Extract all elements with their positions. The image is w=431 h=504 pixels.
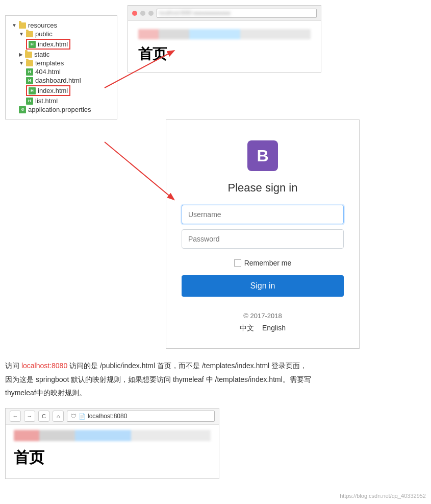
home-button[interactable]: ⌂	[53, 411, 64, 422]
remember-checkbox[interactable]	[234, 259, 241, 267]
homepage-title-bottom: 首页	[14, 447, 211, 468]
refresh-button[interactable]: C	[38, 411, 49, 422]
description-text: 访问 localhost:8080 访问的是 /public/index.htm…	[5, 359, 426, 400]
properties-file-icon: ⚙	[19, 106, 26, 113]
bottom-browser-mockup: ← → C ⌂ 🛡 📄 localhost:8080 首页	[5, 408, 219, 479]
browser-toolbar: localhost:8080 ●●●●●●●●●●●●	[128, 6, 321, 21]
tree-label: public	[35, 30, 53, 38]
html-file-icon: H	[26, 77, 33, 84]
tree-label: list.html	[35, 97, 58, 105]
svg-line-3	[105, 142, 173, 199]
watermark: https://blog.csdn.net/qq_40332952	[340, 493, 426, 499]
tree-label: 404.html	[35, 68, 61, 76]
back-button[interactable]: ←	[10, 411, 21, 422]
expand-arrow: ▼	[19, 31, 24, 37]
top-browser-mockup: localhost:8080 ●●●●●●●●●●●● 首页	[128, 5, 321, 73]
html-file-icon: H	[29, 87, 36, 94]
forward-button[interactable]: →	[24, 411, 35, 422]
tree-item-templates: ▼ templates	[12, 59, 111, 67]
highlight-box: H index.html	[26, 85, 70, 96]
nav-blurred-bottom	[14, 430, 211, 441]
tree-item-404: H 404.html	[12, 67, 111, 76]
browser-btn-red	[132, 11, 137, 16]
copyright-text: © 2017-2018	[182, 312, 344, 320]
page-icon: 📄	[79, 413, 86, 420]
tree-item-dashboard: H dashboard.html	[12, 76, 111, 85]
remember-me-row: Remember me	[182, 259, 344, 267]
collapse-arrow: ▶	[19, 52, 23, 57]
browser-toolbar-bottom: ← → C ⌂ 🛡 📄 localhost:8080	[6, 409, 219, 425]
address-blurred: localhost:8080 ●●●●●●●●●●●●	[159, 10, 231, 16]
tree-item-list: H list.html	[12, 97, 111, 105]
address-bar-bottom[interactable]: 🛡 📄 localhost:8080	[67, 411, 215, 422]
tree-label: index.html	[38, 40, 68, 48]
login-panel: B Please sign in Remember me Sign in © 2…	[166, 119, 360, 349]
sign-in-button[interactable]: Sign in	[182, 275, 344, 297]
tree-label: templates	[35, 59, 64, 67]
browser-content-bottom: 首页	[6, 425, 219, 478]
html-file-icon: H	[26, 98, 33, 105]
login-title: Please sign in	[182, 181, 344, 195]
browser-content-top: 首页	[128, 21, 321, 72]
tree-label: application.properties	[28, 106, 91, 113]
tree-item-public: ▼ public	[12, 30, 111, 38]
html-file-icon: H	[29, 41, 36, 48]
bootstrap-logo: B	[247, 140, 278, 171]
lang-english[interactable]: English	[262, 324, 286, 333]
tree-item-templates-index[interactable]: H index.html	[12, 85, 111, 97]
username-input[interactable]	[182, 205, 344, 224]
address-bar-top[interactable]: localhost:8080 ●●●●●●●●●●●●	[157, 9, 317, 18]
nav-blurred	[138, 29, 311, 39]
folder-icon	[25, 52, 32, 58]
tree-item-properties: ⚙ application.properties	[12, 105, 111, 114]
browser-btn-gray2	[148, 11, 154, 16]
lang-chinese[interactable]: 中文	[240, 324, 254, 333]
address-text: localhost:8080	[88, 413, 127, 420]
highlight-localhost: localhost:8080	[21, 362, 67, 370]
tree-label: index.html	[38, 87, 68, 94]
shield-icon: 🛡	[70, 413, 77, 420]
homepage-title-top: 首页	[138, 44, 311, 64]
tree-label: static	[34, 51, 49, 58]
folder-icon	[26, 60, 33, 66]
tree-item-resources: ▼ resources	[12, 21, 111, 30]
expand-arrow: ▼	[12, 22, 17, 28]
password-input[interactable]	[182, 229, 344, 249]
browser-btn-gray1	[140, 11, 145, 16]
tree-label: resources	[28, 21, 57, 29]
folder-icon	[26, 31, 33, 37]
tree-label: dashboard.html	[35, 77, 81, 84]
highlight-box: H index.html	[26, 39, 70, 50]
file-tree-panel: ▼ resources ▼ public H index.html ▶	[5, 15, 117, 119]
tree-item-static: ▶ static	[12, 50, 111, 59]
lang-links: 中文 English	[182, 324, 344, 333]
tree-item-public-index[interactable]: H index.html	[12, 38, 111, 50]
expand-arrow: ▼	[19, 60, 24, 66]
html-file-icon: H	[26, 68, 33, 76]
folder-icon	[19, 22, 26, 29]
remember-label: Remember me	[244, 259, 292, 267]
